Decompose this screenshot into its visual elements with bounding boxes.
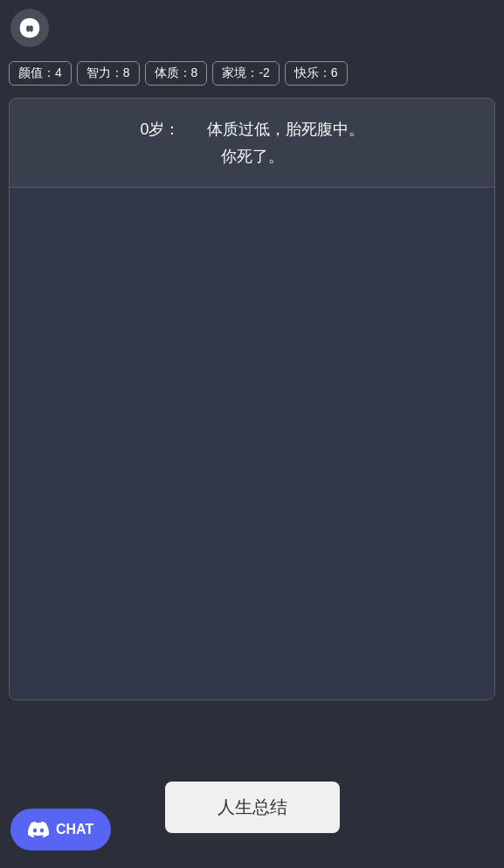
summary-button[interactable]: 人生总结	[165, 782, 340, 833]
event-age: 0岁：	[140, 121, 180, 138]
app-logo	[10, 9, 49, 47]
empty-content-area	[10, 188, 494, 700]
bottom-area: 人生总结 CHAT	[0, 782, 504, 868]
event-result: 你死了。	[221, 148, 284, 165]
stat-family: 家境：-2	[212, 61, 279, 86]
chat-button[interactable]: CHAT	[10, 809, 111, 851]
main-card: 0岁： 体质过低，胎死腹中。 你死了。	[9, 98, 495, 700]
stats-bar: 颜值：4 智力：8 体质：8 家境：-2 快乐：6	[0, 56, 504, 91]
chat-label: CHAT	[56, 822, 93, 837]
event-result-line: 你死了。	[36, 143, 468, 170]
event-text-area: 0岁： 体质过低，胎死腹中。 你死了。	[10, 99, 494, 188]
discord-icon	[28, 819, 49, 840]
event-description: 体质过低，胎死腹中。	[207, 121, 364, 138]
stat-intelligence: 智力：8	[77, 61, 140, 86]
stat-constitution: 体质：8	[145, 61, 208, 86]
event-age-line: 0岁： 体质过低，胎死腹中。	[36, 116, 468, 143]
stat-appearance: 颜值：4	[9, 61, 72, 86]
stat-happiness: 快乐：6	[285, 61, 348, 86]
header	[0, 0, 504, 56]
